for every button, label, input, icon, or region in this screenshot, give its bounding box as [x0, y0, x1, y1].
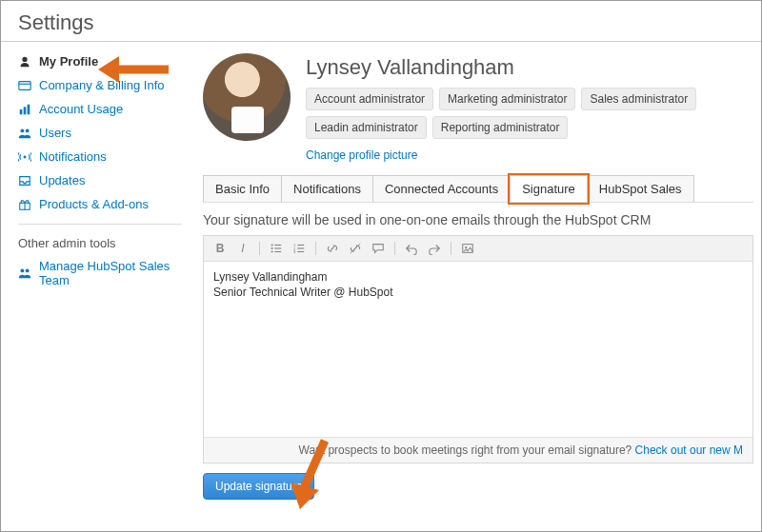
change-profile-picture-link[interactable]: Change profile picture: [306, 148, 417, 162]
sidebar-item-label: Company & Billing Info: [39, 78, 165, 92]
role-tag: Sales administrator: [581, 88, 696, 110]
settings-sidebar: My Profile Company & Billing Info Accoun…: [1, 49, 191, 500]
svg-point-10: [20, 268, 24, 272]
bold-icon[interactable]: B: [211, 240, 229, 257]
svg-rect-3: [24, 107, 27, 114]
role-tag: Account administrator: [306, 88, 433, 110]
toolbar-separator: [394, 242, 395, 255]
profile-name: Lynsey Vallandingham: [306, 55, 753, 80]
sidebar-heading-other-admin: Other admin tools: [18, 232, 182, 254]
sidebar-item-label: Updates: [39, 173, 85, 187]
users-icon: [18, 127, 31, 140]
sidebar-item-label: Notifications: [39, 149, 107, 164]
svg-text:3: 3: [293, 249, 296, 254]
tab-connected-accounts[interactable]: Connected Accounts: [372, 175, 511, 202]
sidebar-item-label: Manage HubSpot Sales Team: [39, 259, 182, 287]
editor-toolbar: B I 123: [204, 236, 752, 262]
editor-footer: Want prospects to book meetings right fr…: [204, 437, 752, 463]
signature-line: Lynsey Vallandingham: [213, 269, 743, 285]
bullet-list-icon[interactable]: [268, 240, 285, 257]
sidebar-item-users[interactable]: Users: [18, 121, 182, 145]
svg-line-24: [351, 244, 361, 254]
toolbar-separator: [259, 242, 260, 255]
header-divider: [1, 41, 761, 42]
undo-icon[interactable]: [403, 240, 420, 257]
comment-icon[interactable]: [370, 240, 387, 257]
footer-text: Want prospects to book meetings right fr…: [299, 443, 635, 457]
toolbar-separator: [315, 242, 316, 255]
sidebar-item-label: Account Usage: [39, 102, 123, 116]
sidebar-separator: [18, 224, 182, 225]
users-icon: [18, 266, 31, 280]
sidebar-item-updates[interactable]: Updates: [18, 168, 182, 192]
card-icon: [18, 79, 31, 92]
svg-point-6: [26, 128, 30, 132]
redo-icon[interactable]: [426, 240, 443, 257]
role-tag: Leadin administrator: [306, 116, 427, 139]
bar-chart-icon: [18, 103, 31, 116]
svg-point-13: [271, 247, 273, 249]
toolbar-separator: [451, 242, 451, 255]
sidebar-item-company-billing[interactable]: Company & Billing Info: [18, 73, 182, 97]
svg-point-5: [20, 128, 24, 132]
broadcast-icon: [18, 150, 31, 164]
svg-point-14: [271, 250, 273, 252]
sidebar-item-label: Users: [39, 126, 71, 140]
role-tag: Marketing administrator: [439, 88, 575, 110]
image-icon[interactable]: [459, 240, 476, 257]
sidebar-item-products-addons[interactable]: Products & Add-ons: [18, 192, 182, 216]
sidebar-item-my-profile[interactable]: My Profile: [18, 49, 182, 73]
svg-point-26: [465, 246, 467, 248]
signature-textarea[interactable]: Lynsey Vallandingham Senior Technical Wr…: [204, 262, 752, 437]
link-icon[interactable]: [324, 240, 341, 257]
person-icon: [18, 55, 31, 69]
tab-basic-info[interactable]: Basic Info: [203, 175, 282, 202]
role-tag: Reporting administrator: [432, 116, 569, 139]
svg-rect-2: [20, 109, 23, 114]
tab-notifications[interactable]: Notifications: [281, 175, 373, 202]
profile-tabs: Basic Info Notifications Connected Accou…: [203, 175, 753, 203]
svg-point-7: [24, 155, 27, 158]
footer-link[interactable]: Check out our new M: [635, 443, 743, 457]
svg-rect-4: [28, 104, 30, 114]
svg-point-12: [271, 244, 273, 246]
svg-point-11: [26, 268, 30, 272]
sidebar-item-account-usage[interactable]: Account Usage: [18, 97, 182, 121]
svg-rect-0: [19, 81, 30, 89]
inbox-icon: [18, 174, 31, 187]
numbered-list-icon[interactable]: 123: [291, 240, 308, 257]
signature-description: Your signature will be used in one-on-on…: [203, 212, 753, 227]
signature-line: Senior Technical Writer @ HubSpot: [213, 285, 743, 300]
sidebar-item-manage-sales-team[interactable]: Manage HubSpot Sales Team: [18, 254, 182, 292]
role-tags: Account administrator Marketing administ…: [306, 88, 753, 139]
signature-editor: B I 123 Lynsey Vallandingham Senior Tech…: [203, 235, 753, 463]
update-signature-button[interactable]: Update signature: [203, 473, 314, 500]
main-content: Lynsey Vallandingham Account administrat…: [191, 49, 761, 500]
tab-hubspot-sales[interactable]: HubSpot Sales: [587, 175, 694, 202]
page-title: Settings: [1, 1, 761, 41]
avatar: [203, 53, 291, 141]
sidebar-item-label: Products & Add-ons: [39, 197, 149, 211]
gift-icon: [18, 198, 31, 211]
italic-icon[interactable]: I: [234, 240, 251, 257]
tab-signature[interactable]: Signature: [510, 175, 588, 202]
sidebar-item-label: My Profile: [39, 54, 98, 69]
sidebar-item-notifications[interactable]: Notifications: [18, 145, 182, 168]
unlink-icon[interactable]: [347, 240, 364, 257]
